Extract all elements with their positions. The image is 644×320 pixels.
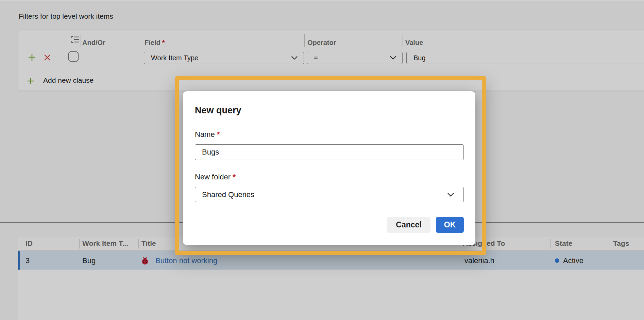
new-query-dialog: New query Name* New folder* Shared Queri… bbox=[183, 91, 475, 245]
chevron-down-icon bbox=[447, 192, 455, 197]
ok-button[interactable]: OK bbox=[436, 217, 464, 233]
name-label-text: Name bbox=[195, 130, 215, 139]
folder-dropdown-value: Shared Queries bbox=[195, 190, 254, 199]
query-name-input[interactable] bbox=[195, 144, 464, 160]
cancel-button[interactable]: Cancel bbox=[387, 217, 430, 233]
folder-label-text: New folder bbox=[195, 173, 231, 181]
folder-required-mark: * bbox=[231, 173, 236, 181]
name-required-mark: * bbox=[215, 130, 220, 139]
folder-label: New folder* bbox=[195, 173, 236, 181]
folder-dropdown[interactable]: Shared Queries bbox=[195, 187, 464, 202]
dialog-title: New query bbox=[195, 105, 241, 116]
name-label: Name* bbox=[195, 130, 220, 139]
